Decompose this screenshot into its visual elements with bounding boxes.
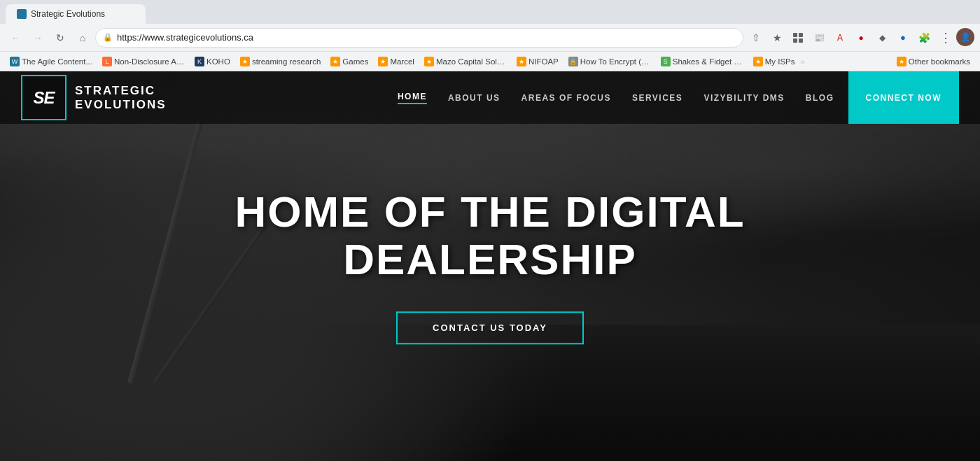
active-tab[interactable]: Strategic Evolutions <box>6 4 146 24</box>
nav-about[interactable]: ABOUT US <box>448 93 500 103</box>
site-nav-links: HOME ABOUT US AREAS OF FOCUS SERVICES VI… <box>398 92 834 104</box>
nav-bar: ← → ↻ ⌂ 🔒 https://www.strategicevolution… <box>0 24 980 52</box>
svg-rect-0 <box>793 33 797 37</box>
nav-services[interactable]: SERVICES <box>632 93 682 103</box>
puzzle-button[interactable]: 🧩 <box>914 28 934 48</box>
bookmarks-bar: W The Agile Content... L Non-Disclosure … <box>0 52 980 71</box>
other-bookmarks-label: Other bookmarks <box>909 57 970 66</box>
browser-menu-button[interactable]: ⋮ <box>935 28 955 48</box>
bookmark-stream-label: streaming research <box>252 57 321 66</box>
bookmark-games[interactable]: ★ Games <box>326 55 372 68</box>
bookmark-mazo[interactable]: ★ Mazo Capital Soluti... <box>420 55 511 68</box>
logo-subtitle: EVOLUTIONS <box>75 98 167 112</box>
bookmark-mazo-label: Mazo Capital Soluti... <box>436 57 507 66</box>
nav-actions: ⇧ ★ 📰 A ● ◆ ● 🧩 ⋮ 👤 <box>746 28 974 48</box>
bookmark-isp[interactable]: ★ My ISPs <box>749 55 799 68</box>
bookmark-nifoap[interactable]: ★ NIFOAP <box>512 55 563 68</box>
contact-us-today-button[interactable]: CONTACT US TODAY <box>396 311 584 344</box>
bookmark-isp-label: My ISPs <box>765 57 795 66</box>
hero-title: HOME OF THE DIGITAL DEALERSHIP <box>98 188 882 283</box>
bookmark-separator: » <box>801 57 805 66</box>
bookmark-stream[interactable]: ★ streaming research <box>236 55 325 68</box>
back-button[interactable]: ← <box>6 28 25 48</box>
bookmark-wp[interactable]: W The Agile Content... <box>6 55 97 68</box>
logo-box: SE <box>21 75 66 120</box>
bookmark-koho[interactable]: K KOHO <box>190 55 234 68</box>
website-content: SE STRATEGIC EVOLUTIONS HOME ABOUT US AR… <box>0 71 980 461</box>
svg-rect-1 <box>799 33 803 37</box>
connect-now-button[interactable]: CONNECT NOW <box>848 71 960 124</box>
extension4-icon[interactable]: ◆ <box>872 28 892 48</box>
site-navbar: SE STRATEGIC EVOLUTIONS HOME ABOUT US AR… <box>0 71 980 124</box>
logo-letters: SE <box>33 88 54 108</box>
hero-content: HOME OF THE DIGITAL DEALERSHIP CONTACT U… <box>98 188 882 344</box>
bookmark-wp-label: The Agile Content... <box>22 57 92 66</box>
other-bookmarks[interactable]: ★ Other bookmarks <box>892 55 974 68</box>
share-button[interactable]: ⇧ <box>746 28 766 48</box>
svg-rect-2 <box>793 38 797 43</box>
acrobat2-icon[interactable]: A <box>830 28 850 48</box>
bookmark-shakes[interactable]: S Shakes & Fidget on... <box>657 55 748 68</box>
home-button[interactable]: ⌂ <box>73 28 92 48</box>
nav-home[interactable]: HOME <box>398 92 427 104</box>
nav-blog[interactable]: BLOG <box>806 93 834 103</box>
bookmark-lc[interactable]: L Non-Disclosure Agr... <box>98 55 189 68</box>
hero-section: SE STRATEGIC EVOLUTIONS HOME ABOUT US AR… <box>0 71 980 461</box>
bookmark-koho-label: KOHO <box>206 57 230 66</box>
forward-button[interactable]: → <box>28 28 48 48</box>
lastpass-icon[interactable]: ● <box>851 28 871 48</box>
lock-icon: 🔒 <box>103 33 113 42</box>
bookmark-button[interactable]: ★ <box>767 28 787 48</box>
bookmark-shakes-label: Shakes & Fidget on... <box>673 57 743 66</box>
bookmark-marcel[interactable]: ★ Marcel <box>374 55 419 68</box>
bookmark-encrypt[interactable]: 🔒 How To Encrypt (an... <box>564 55 655 68</box>
bookmark-marcel-label: Marcel <box>390 57 414 66</box>
bookmark-encrypt-label: How To Encrypt (an... <box>580 57 651 66</box>
tab-title: Strategic Evolutions <box>31 9 105 19</box>
bookmark-nifoap-label: NIFOAP <box>528 57 559 66</box>
user-avatar[interactable]: 👤 <box>956 28 974 46</box>
extensions-button[interactable] <box>788 28 808 48</box>
profile-button[interactable]: ● <box>893 28 913 48</box>
url-bar[interactable]: 🔒 https://www.strategicevolutions.ca <box>95 28 743 48</box>
tab-bar: Strategic Evolutions <box>0 0 980 24</box>
nav-areas[interactable]: AREAS OF FOCUS <box>522 93 611 103</box>
site-logo[interactable]: SE STRATEGIC EVOLUTIONS <box>21 75 167 120</box>
acrobat-icon[interactable]: 📰 <box>809 28 829 48</box>
logo-text: STRATEGIC EVOLUTIONS <box>75 84 167 112</box>
nav-vizybility[interactable]: VIZYBILITY DMS <box>704 93 784 103</box>
logo-title: STRATEGIC <box>75 84 167 98</box>
browser-chrome: Strategic Evolutions ← → ↻ ⌂ 🔒 https://w… <box>0 0 980 71</box>
url-text: https://www.strategicevolutions.ca <box>117 32 253 43</box>
reload-button[interactable]: ↻ <box>50 28 70 48</box>
bookmark-lc-label: Non-Disclosure Agr... <box>114 57 185 66</box>
bookmark-games-label: Games <box>342 57 368 66</box>
svg-rect-3 <box>799 38 803 43</box>
